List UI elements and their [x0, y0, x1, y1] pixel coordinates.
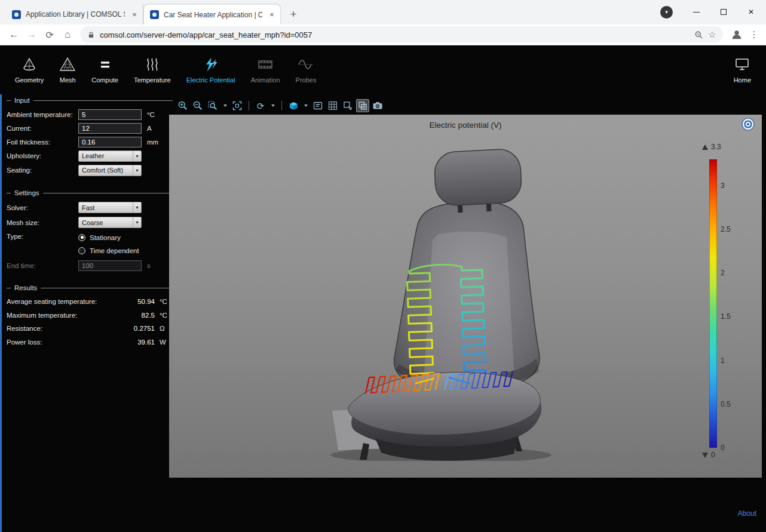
url-text: comsol.com/server-demo/app/car_seat_heat… — [100, 30, 690, 39]
mesh-size-select[interactable]: Coarse ▾ — [78, 217, 142, 228]
lock-icon — [87, 31, 95, 39]
tab-title: Application Library | COMSOL Se — [26, 10, 125, 19]
chevron-down-icon: ▾ — [133, 151, 141, 161]
comsol-favicon — [150, 10, 159, 19]
reset-view-dropdown[interactable] — [269, 99, 277, 112]
app-ribbon: Geometry Mesh Compute Temperature Electr… — [0, 45, 766, 94]
results-section-header: Results — [7, 283, 173, 293]
legend-tick: 3 — [721, 182, 725, 190]
chevron-down-icon: ▾ — [133, 202, 141, 213]
comsol-logo-icon — [742, 118, 755, 131]
legend-tick: 0 — [721, 444, 725, 452]
address-bar: ← → ⟳ ⌂ comsol.com/server-demo/app/car_s… — [0, 24, 766, 45]
upholstery-row: Upholstery: Leather ▾ — [7, 149, 173, 163]
ribbon-probes-button: Probes — [288, 56, 324, 84]
foil-thickness-row: Foil thickness: mm — [7, 135, 173, 149]
view-settings-button[interactable] — [341, 99, 354, 112]
graphics-panel: ⟳ Electric potential (V) — [169, 97, 762, 478]
ribbon-temperature-button[interactable]: Temperature — [126, 56, 179, 84]
browser-tab-car-seat-heater[interactable]: Car Seat Heater Application | CO ✕ — [143, 4, 281, 24]
browser-home-icon[interactable]: ⌂ — [59, 26, 76, 43]
default-view-dropdown[interactable] — [302, 99, 310, 112]
mesh-size-row: Mesh size: Coarse ▾ — [7, 215, 173, 230]
stationary-radio[interactable]: Stationary — [78, 233, 139, 242]
snapshot-button[interactable] — [371, 99, 384, 112]
reset-view-button[interactable]: ⟳ — [254, 99, 267, 112]
close-window-button[interactable]: ✕ — [737, 2, 765, 22]
maximize-button[interactable] — [710, 2, 737, 22]
chevron-down-icon — [223, 104, 227, 107]
radio-icon — [78, 247, 85, 254]
zoom-box-button[interactable] — [206, 99, 219, 112]
maximize-icon — [721, 9, 727, 15]
legend-tick: 1.5 — [721, 312, 731, 321]
browser-chrome: Application Library | COMSOL Se ✕ Car Se… — [0, 0, 766, 45]
ribbon-home-button[interactable]: Home — [726, 56, 759, 84]
mesh-icon — [59, 56, 76, 73]
legend-tick: 2.5 — [721, 225, 731, 233]
result-row-maximum-temperature: Maximum temperature: 82.5 °C — [7, 309, 173, 322]
result-row-resistance: Resistance: 0.2751 Ω — [7, 322, 173, 336]
zoom-extents-button[interactable] — [231, 99, 244, 112]
solver-row: Solver: Fast ▾ — [7, 200, 173, 215]
result-row-average-temperature: Average seating temperature: 50.94 °C — [7, 295, 173, 309]
legend-tick: 0.5 — [721, 400, 731, 408]
upholstery-select[interactable]: Leather ▾ — [78, 150, 142, 162]
transparency-toggle-button[interactable] — [356, 99, 369, 112]
profile-avatar[interactable] — [729, 27, 744, 42]
zoom-indicator-icon[interactable] — [694, 30, 703, 39]
legend-toggle-button[interactable] — [311, 99, 324, 112]
foil-thickness-input[interactable] — [78, 137, 142, 147]
solver-select[interactable]: Fast ▾ — [78, 202, 142, 213]
sidebar: Input Ambient temperature: °C Current: A… — [7, 96, 173, 349]
legend-max-marker: 3.3 — [702, 143, 721, 151]
default-view-button[interactable] — [287, 99, 300, 112]
electric-potential-icon — [203, 56, 219, 73]
minimize-icon — [693, 12, 700, 13]
graphics-toolbar: ⟳ — [169, 97, 762, 115]
tab-search-button[interactable]: ▾ — [660, 6, 673, 19]
animation-icon — [257, 56, 274, 73]
radio-icon — [78, 234, 85, 241]
graphics-canvas[interactable]: Electric potential (V) — [169, 115, 762, 478]
bookmark-star-icon[interactable]: ☆ — [708, 30, 716, 39]
ribbon-geometry-button[interactable]: Geometry — [7, 56, 51, 84]
input-section-header: Input — [7, 96, 173, 105]
car-seat-model — [321, 144, 560, 461]
current-row: Current: A — [7, 121, 173, 135]
ribbon-compute-button[interactable]: Compute — [84, 56, 126, 84]
grid-toggle-button[interactable] — [326, 99, 339, 112]
ribbon-mesh-button[interactable]: Mesh — [51, 56, 84, 84]
current-input[interactable] — [78, 123, 142, 134]
ambient-temperature-row: Ambient temperature: °C — [7, 107, 173, 121]
ambient-temperature-input[interactable] — [78, 109, 142, 120]
probes-icon — [298, 56, 314, 73]
time-dependent-radio[interactable]: Time dependent — [78, 246, 139, 255]
tab-close-icon[interactable]: ✕ — [130, 10, 139, 19]
comsol-favicon — [12, 10, 21, 19]
zoom-in-button[interactable] — [176, 99, 189, 112]
browser-tab-application-library[interactable]: Application Library | COMSOL Se ✕ — [6, 4, 143, 24]
toolbar-separator — [281, 101, 282, 110]
chevron-down-icon — [271, 104, 275, 107]
tab-close-icon[interactable]: ✕ — [267, 10, 277, 20]
seating-select[interactable]: Comfort (Soft) ▾ — [78, 165, 142, 176]
new-tab-button[interactable]: + — [286, 7, 301, 22]
end-time-row: End time: s — [7, 259, 173, 272]
back-icon[interactable]: ← — [5, 26, 23, 43]
zoom-out-button[interactable] — [191, 99, 204, 112]
legend-tick: 1 — [721, 356, 725, 365]
url-field[interactable]: comsol.com/server-demo/app/car_seat_heat… — [80, 26, 723, 43]
zoom-box-dropdown[interactable] — [221, 99, 229, 112]
reload-icon[interactable]: ⟳ — [41, 26, 59, 43]
about-link[interactable]: About — [738, 509, 756, 518]
tab-title: Car Seat Heater Application | CO — [164, 11, 262, 19]
minimize-button[interactable] — [682, 2, 710, 22]
browser-menu-icon[interactable]: ⋮ — [747, 29, 761, 40]
legend-tick: 2 — [721, 269, 725, 277]
seating-row: Seating: Comfort (Soft) ▾ — [7, 163, 173, 177]
type-row: Type: Stationary Time dependent — [7, 233, 173, 255]
chevron-down-icon: ▾ — [133, 217, 141, 227]
ribbon-electric-potential-button[interactable]: Electric Potential — [179, 56, 243, 84]
temperature-icon — [144, 56, 161, 73]
